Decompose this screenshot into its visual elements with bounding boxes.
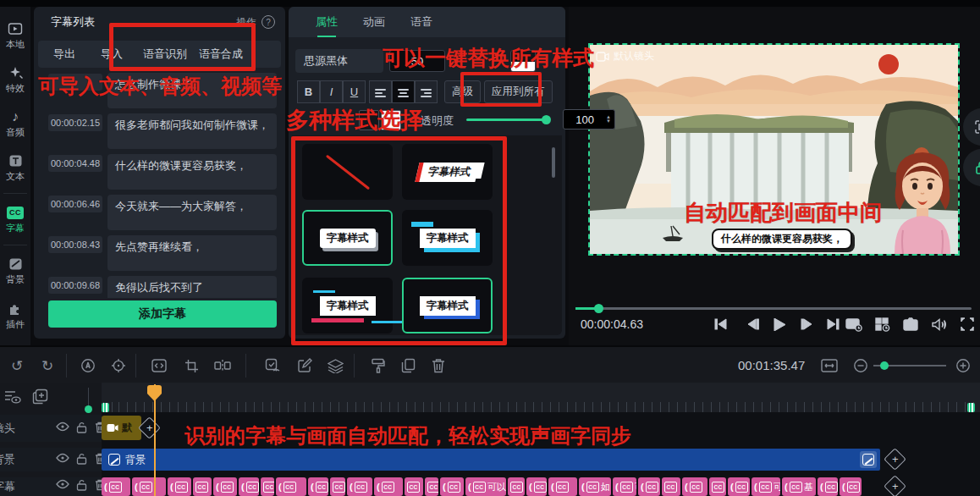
clip-handle-icon[interactable]: ( xyxy=(278,482,282,492)
subtitle-clip[interactable]: ( CC xyxy=(709,477,726,496)
apply-to-all-button[interactable]: 应用到所有 xyxy=(484,80,553,103)
subtitle-text[interactable]: 很多老师都问我如何制作微课， xyxy=(107,113,277,149)
clip-handle-icon[interactable]: ( xyxy=(170,482,173,492)
keyframe-diamond[interactable]: + xyxy=(884,475,906,496)
tab-properties[interactable]: 属性 xyxy=(316,14,338,30)
subtitle-style-tile[interactable]: 字幕样式 xyxy=(302,278,393,333)
opacity-value-stepper[interactable]: 100 ▲ ▼ xyxy=(563,109,615,130)
clip-handle-icon[interactable]: ( xyxy=(311,482,314,492)
clip-handle-icon[interactable]: ( xyxy=(241,482,245,492)
subtitle-row[interactable]: 00:00:06.46 今天就来——为大家解答， xyxy=(48,195,277,230)
track-height-slider[interactable] xyxy=(88,388,89,410)
style-scrollbar[interactable] xyxy=(552,147,555,178)
zoom-in-button[interactable] xyxy=(953,356,973,375)
keyframe-diamond[interactable]: + xyxy=(138,416,161,439)
memoji-avatar[interactable] xyxy=(884,146,961,254)
subtitle-text[interactable]: 怎么制作微课了。 xyxy=(107,73,277,108)
subtitle-clip[interactable]: ( CC xyxy=(374,477,403,496)
skip-start-button[interactable] xyxy=(709,315,731,333)
tab-animation[interactable]: 动画 xyxy=(363,14,385,30)
sidebar-item-effects[interactable]: 特效 xyxy=(0,61,30,100)
stroke-color-swatch[interactable] xyxy=(359,110,379,130)
sidebar-item-subtitle[interactable]: CC 字幕 xyxy=(0,201,30,240)
subtitle-clip[interactable]: ( CC xyxy=(213,477,237,496)
subtitle-clip[interactable]: ( CC xyxy=(526,477,547,496)
subtitle-clip[interactable]: ( CC xyxy=(405,477,423,496)
progress-knob[interactable] xyxy=(594,304,603,313)
sidebar-item-plugin[interactable]: 插件 xyxy=(0,296,30,335)
subtitle-clip[interactable]: ( CC xyxy=(638,477,660,496)
zoom-slider-knob[interactable] xyxy=(880,361,889,370)
clip-handle-icon[interactable]: ( xyxy=(785,482,788,492)
clip-handle-icon[interactable]: ( xyxy=(754,482,757,492)
subtitle-row[interactable]: 怎么制作微课了。 xyxy=(48,73,277,108)
track-body-subtitle[interactable]: ( CC ( CC ( CC ( C xyxy=(102,477,980,496)
play-button[interactable] xyxy=(768,315,790,333)
code-button[interactable] xyxy=(149,356,169,375)
loop-start-marker[interactable] xyxy=(102,403,109,412)
sidebar-item-local[interactable]: 本地 xyxy=(0,17,30,56)
storyboard-icon[interactable] xyxy=(872,315,894,333)
subtitle-clip[interactable]: ( CC xyxy=(682,477,707,496)
clip-handle-icon[interactable]: ( xyxy=(615,482,619,492)
snapshot-button[interactable] xyxy=(900,315,922,333)
subtitle-row[interactable]: 00:00:08.43 先点赞再继续看， xyxy=(48,235,277,271)
subtitle-clip[interactable]: ( CC xyxy=(276,477,306,496)
subtitle-clip[interactable]: ( CC xyxy=(728,477,750,496)
subtitle-clip[interactable]: ( CC 可 xyxy=(752,477,780,496)
lock-toggle[interactable] xyxy=(76,453,90,466)
select-check-button[interactable] xyxy=(262,356,283,375)
sidebar-item-audio[interactable]: ♪ 音频 xyxy=(0,105,30,144)
frame-back-button[interactable] xyxy=(741,315,763,333)
export-button[interactable]: 导出 xyxy=(53,47,75,62)
subtitle-clip[interactable]: ( CC xyxy=(132,477,166,496)
subtitle-style-tile[interactable]: 字幕样式 xyxy=(402,210,493,266)
camera-clip[interactable]: 默 xyxy=(102,416,141,440)
opacity-value[interactable]: 100 xyxy=(564,113,606,126)
clip-handle-icon[interactable]: ( xyxy=(216,482,219,492)
clip-handle-icon[interactable]: ( xyxy=(529,482,532,492)
eye-toggle[interactable] xyxy=(56,479,69,493)
subtitle-clip[interactable]: ( CC xyxy=(662,477,680,496)
stepper-down-icon[interactable]: ▼ xyxy=(606,119,611,124)
font-family-select[interactable]: 思源黑体 xyxy=(295,49,383,73)
align-center-button[interactable] xyxy=(392,80,415,103)
eye-toggle[interactable] xyxy=(56,422,69,435)
subtitle-clip[interactable]: ( CC 可 xyxy=(613,477,636,496)
subtitle-clip[interactable]: ( CC xyxy=(347,477,372,496)
speech-recognition-button[interactable]: 语音识别 xyxy=(143,47,187,62)
timeline-ruler[interactable] xyxy=(102,383,980,412)
add-subtitle-button[interactable]: 添加字幕 xyxy=(48,300,277,328)
clip-handle-icon[interactable]: ( xyxy=(350,482,353,492)
subtitle-clip[interactable]: ( CC xyxy=(818,477,838,496)
subtitle-style-tile-selected[interactable]: 字幕样式 xyxy=(402,278,493,333)
clip-handle-icon[interactable]: ( xyxy=(377,482,380,492)
layers-button[interactable] xyxy=(325,356,345,375)
subtitle-style-tile-none[interactable] xyxy=(302,144,393,200)
subtitle-style-tile-selected[interactable]: 字幕样式 xyxy=(302,210,393,266)
fullscreen-button[interactable] xyxy=(956,315,978,333)
subtitle-clip[interactable]: ( CC xyxy=(330,477,345,496)
import-button[interactable]: 导入 xyxy=(101,47,123,62)
clip-handle-icon[interactable]: ( xyxy=(104,482,107,492)
subtitle-clip[interactable]: ( CC xyxy=(440,477,464,496)
lock-toggle[interactable] xyxy=(76,479,90,493)
clip-handle-icon[interactable]: ( xyxy=(730,482,734,492)
speech-synthesis-button[interactable]: 语音合成 xyxy=(199,47,243,62)
split-button[interactable] xyxy=(212,356,233,375)
copy-button[interactable] xyxy=(398,356,418,375)
subtitle-row[interactable]: 00:00:04.48 什么样的微课更容易获奖， xyxy=(48,154,277,190)
loop-end-marker[interactable] xyxy=(967,403,975,412)
subtitle-clip[interactable]: ( CC 基 xyxy=(782,477,816,496)
help-icon[interactable]: ? xyxy=(262,15,275,29)
add-track-button[interactable] xyxy=(32,389,49,405)
subtitle-row[interactable]: 00:00:09.68 免得以后找不到了 xyxy=(48,276,277,298)
subtitle-clip[interactable]: ( CC xyxy=(425,477,438,496)
subtitle-clip[interactable]: ( CC xyxy=(102,477,130,496)
sidebar-item-background[interactable]: 背景 xyxy=(0,252,30,291)
track-body-camera[interactable]: 默 + xyxy=(102,415,980,442)
clip-handle-icon[interactable]: ( xyxy=(551,482,554,492)
subtitle-clip[interactable]: ( CC xyxy=(168,477,191,496)
subtitle-clip[interactable]: ( CC 如 xyxy=(579,477,611,496)
volume-button[interactable] xyxy=(928,315,950,333)
